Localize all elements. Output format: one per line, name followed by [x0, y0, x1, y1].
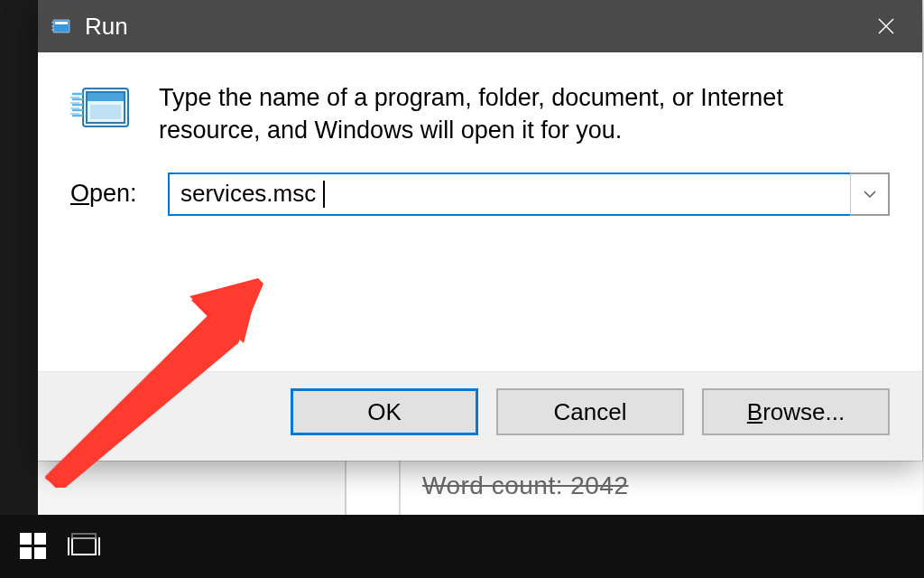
- left-desktop-strip: [0, 0, 38, 515]
- svg-rect-1: [55, 22, 68, 24]
- run-large-icon: [70, 81, 134, 135]
- svg-rect-10: [90, 105, 121, 119]
- svg-rect-8: [87, 92, 125, 101]
- svg-rect-18: [34, 547, 46, 559]
- ok-button[interactable]: OK: [291, 388, 478, 435]
- open-input[interactable]: [170, 180, 888, 208]
- svg-rect-17: [20, 547, 32, 559]
- cancel-button[interactable]: Cancel: [496, 388, 684, 435]
- browse-button[interactable]: Browse...: [702, 388, 890, 435]
- close-icon: [876, 16, 896, 36]
- dialog-body: Type the name of a program, folder, docu…: [38, 52, 922, 371]
- svg-rect-16: [34, 533, 46, 545]
- svg-rect-15: [20, 533, 32, 545]
- taskbar[interactable]: [0, 515, 924, 578]
- start-button[interactable]: [18, 531, 49, 562]
- chevron-down-icon: [863, 190, 877, 199]
- open-label: Open:: [70, 180, 148, 208]
- svg-rect-22: [72, 534, 96, 538]
- open-combobox[interactable]: [168, 172, 890, 216]
- windows-start-icon: [18, 531, 49, 562]
- close-button[interactable]: [850, 0, 922, 52]
- dialog-description: Type the name of a program, folder, docu…: [159, 81, 890, 147]
- text-cursor: [323, 181, 325, 208]
- titlebar[interactable]: Run: [38, 0, 922, 52]
- button-row: OK Cancel Browse...: [38, 371, 922, 461]
- combobox-dropdown-button[interactable]: [850, 172, 890, 216]
- background-word-count: Word count: 2042: [422, 471, 629, 500]
- task-view-button[interactable]: [65, 531, 103, 562]
- run-title-icon: [51, 17, 72, 35]
- run-dialog: Run Type the name of a program, folder, …: [38, 0, 922, 461]
- titlebar-title: Run: [85, 13, 850, 41]
- svg-rect-19: [72, 538, 96, 555]
- task-view-icon: [65, 531, 103, 562]
